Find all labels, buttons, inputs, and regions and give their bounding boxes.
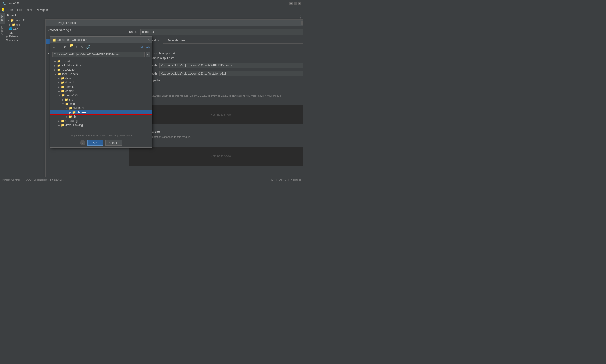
- scratches-label: Scratches: [6, 39, 18, 42]
- sidebar-project-tab[interactable]: Project: [0, 13, 5, 24]
- fd-newfolder-button[interactable]: 📁+: [69, 44, 74, 50]
- fd-item-javaswing[interactable]: ▶ 📁 JavaSESwing: [50, 123, 152, 127]
- test-output-path-input[interactable]: [159, 71, 303, 76]
- fd-folder-icon-demo: 📁: [61, 77, 64, 80]
- tree-scratches[interactable]: Scratches: [5, 38, 25, 42]
- tree-src[interactable]: ▶ 📁 src: [5, 23, 25, 27]
- menu-edit[interactable]: Edit: [15, 8, 24, 12]
- radio-group: Inherit project compile output path Use …: [129, 52, 303, 60]
- fd-folder-icon-src: 📁: [65, 98, 68, 101]
- sidebar-structure-tab[interactable]: Structure: [0, 24, 5, 38]
- status-lf[interactable]: LF: [271, 178, 275, 181]
- status-separator-3: |: [288, 178, 289, 182]
- fd-folder-icon-classes: 📁: [72, 111, 76, 114]
- fd-refresh-button[interactable]: ↺: [63, 44, 68, 50]
- maximize-button[interactable]: □: [294, 2, 297, 5]
- fd-item-web[interactable]: ▼ 📁 web: [50, 102, 152, 106]
- output-path-input[interactable]: [159, 63, 303, 68]
- fd-cancel-button[interactable]: Cancel: [105, 140, 122, 146]
- status-separator-2: |: [276, 178, 277, 182]
- fd-hide-path-button[interactable]: Hide path: [138, 46, 151, 49]
- javadoc-section: JavaDoc Manage external JavaDocs attache…: [129, 89, 303, 127]
- menu-file[interactable]: File: [6, 8, 15, 12]
- javadoc-title: JavaDoc: [129, 89, 303, 92]
- fd-item-guiswing[interactable]: ▶ 📁 GUIswing: [50, 119, 152, 123]
- test-output-path-row: Test output path: ⋯: [129, 71, 303, 76]
- close-button[interactable]: ✕: [298, 2, 301, 5]
- status-todo[interactable]: TODO: [24, 178, 32, 181]
- ps-tree-arrow-demo123: ▼: [48, 52, 50, 55]
- file-dialog-close-button[interactable]: ✕: [148, 38, 150, 42]
- status-version-control[interactable]: Version Control: [2, 178, 20, 181]
- fd-delete-button[interactable]: ✕: [80, 44, 85, 50]
- fd-item-classes[interactable]: ▶ 📁 classes: [50, 110, 152, 115]
- fd-ok-button[interactable]: OK: [87, 140, 103, 146]
- fd-item-src[interactable]: ▶ 📁 src: [50, 97, 152, 102]
- fd-arrow-demo2: ▶: [58, 86, 60, 88]
- fd-folder-icon-demo2: 📁: [61, 85, 64, 89]
- fd-item-ideaprojects[interactable]: ▼ 📁 IdeaProjects: [50, 72, 152, 76]
- fd-arrow-demo123: ▼: [58, 94, 60, 97]
- fd-item-demo123[interactable]: ▼ 📁 demo123: [50, 93, 152, 97]
- status-indent[interactable]: 4 spaces: [291, 178, 301, 181]
- fd-item-demo3[interactable]: ▶ 📁 demo3: [50, 89, 152, 93]
- ps-back-button[interactable]: ←: [48, 21, 51, 25]
- fd-label-hbuilder: HBuilder: [62, 60, 72, 63]
- menu-navigate[interactable]: Navigate: [35, 8, 50, 12]
- fd-item-webinf[interactable]: ▼ 📁 WEB-INF: [50, 106, 152, 110]
- minimize-button[interactable]: −: [289, 2, 293, 5]
- fd-label-hbsettings: HBuilder settings: [62, 64, 83, 67]
- file-dialog-path-input[interactable]: [52, 52, 145, 57]
- fd-link-button[interactable]: 🔗: [85, 44, 91, 50]
- fd-item-demo1[interactable]: ▶ 📁 demo1: [50, 80, 152, 85]
- fd-help-button[interactable]: ?: [80, 140, 85, 145]
- ext-nothing-to-show: Nothing to show: [210, 155, 231, 158]
- web-icon: 🌐: [9, 27, 12, 30]
- fd-label-demo3: demo3: [65, 89, 74, 93]
- radio-use-row: Use module compile output path: [129, 56, 303, 60]
- tree-root[interactable]: ▼ 📁 demo123: [5, 18, 25, 23]
- tab-dependencies[interactable]: Dependencies: [163, 38, 189, 43]
- tree-external[interactable]: ▶ External: [5, 35, 25, 38]
- fd-folder-icon-lib: 📁: [69, 115, 72, 118]
- src-folder-icon: 📁: [12, 23, 15, 26]
- ps-tabs: Sources Paths Dependencies: [129, 38, 303, 43]
- fd-folder-icon-guiswing: 📁: [61, 119, 64, 122]
- fd-arrow-idea2020: ▶: [54, 69, 56, 71]
- fd-up-button[interactable]: ↑: [74, 44, 79, 50]
- fd-path-dropdown-button[interactable]: ▼: [146, 52, 150, 57]
- panel-dropdown-icon[interactable]: ▼: [21, 14, 23, 17]
- fd-item-lib[interactable]: ▶ 📁 lib: [50, 115, 152, 119]
- fd-folder-icon-demo123: 📁: [61, 94, 65, 97]
- compiler-output-section: Compiler Output Inherit project compile …: [129, 46, 303, 86]
- ps-right-panel: Name: Sources Paths Dependencies Compile…: [126, 26, 303, 177]
- javadoc-desc: Manage external JavaDocs attached to thi…: [129, 94, 303, 98]
- external-annotations-title: External Annotations: [129, 130, 303, 133]
- ps-name-input[interactable]: [140, 29, 303, 35]
- fd-home-button[interactable]: ⌂: [51, 44, 57, 50]
- window-title: demo123: [8, 2, 20, 5]
- fd-label-classes: classes: [77, 111, 86, 114]
- status-encoding[interactable]: UTF-8: [279, 178, 286, 181]
- status-bar: Version Control | TODO Localized Intelli…: [0, 177, 303, 182]
- ps-minimize-button[interactable]: −: [302, 21, 303, 25]
- ext-annotations-empty-panel: Nothing to show: [129, 147, 303, 166]
- fd-item-demo[interactable]: ▶ 📁 demo: [50, 76, 152, 80]
- fd-list-button[interactable]: ☰: [57, 44, 62, 50]
- file-dialog-path-row: ▼: [50, 51, 152, 58]
- menu-view[interactable]: View: [24, 8, 34, 12]
- fd-item-hbuilder-settings[interactable]: ▶ 📁 HBuilder settings: [50, 63, 152, 68]
- fd-item-hbuilder[interactable]: ▶ 📁 HBuilder: [50, 59, 152, 63]
- app-logo: 💡: [1, 8, 5, 12]
- fd-label-demo: demo: [65, 77, 72, 80]
- ps-forward-button[interactable]: →: [53, 21, 56, 25]
- status-separator-1: |: [22, 178, 22, 182]
- fd-item-demo2[interactable]: ▶ 📁 Demo2: [50, 85, 152, 89]
- tree-web[interactable]: 🌐 web: [5, 27, 25, 31]
- root-folder-icon: 📁: [10, 19, 14, 22]
- src-label: src: [16, 23, 20, 26]
- fd-arrow-classes: ▶: [69, 111, 71, 114]
- fd-arrow-demo3: ▶: [58, 90, 60, 92]
- fd-item-idea2020[interactable]: ▶ 📁 IDEA2020: [50, 68, 152, 72]
- tree-git[interactable]: .git: [5, 31, 25, 35]
